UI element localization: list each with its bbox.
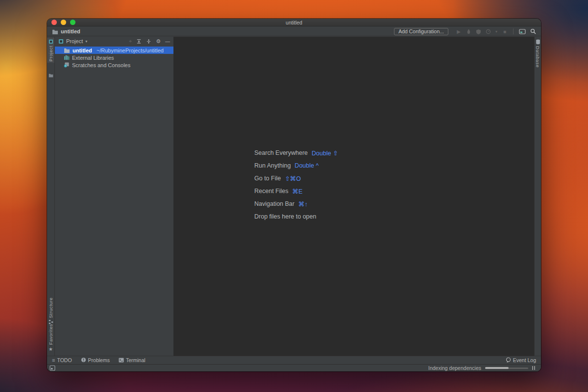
tool-window-tab-structure[interactable]: Structure [47, 297, 54, 324]
stop-icon[interactable]: ■ [502, 29, 508, 34]
bottom-tool-window-bar: ≡ TODO Problems Terminal Event Log [47, 356, 541, 364]
project-panel-header: Project ▾ ⌖ ⚙ — [55, 37, 173, 46]
shortcut-row: Navigation Bar ⌘↑ [254, 197, 338, 210]
todo-list-icon: ≡ [52, 357, 55, 363]
title-bar[interactable]: untitled [47, 19, 541, 26]
tool-window-switcher-icon[interactable] [49, 365, 55, 371]
problems-label: Problems [88, 357, 110, 363]
shortcut-keys: ⌘↑ [298, 200, 308, 208]
project-tab-label: Project [48, 46, 53, 61]
shortcut-row: Drop files here to open [254, 210, 338, 223]
shortcut-row: Recent Files ⌘E [254, 185, 338, 197]
hide-panel-icon[interactable]: — [165, 39, 170, 44]
shortcut-keys: Double ^ [294, 162, 318, 169]
project-panel-title[interactable]: Project [66, 38, 83, 44]
tree-item-path: ~/RubymineProjects/untitled [97, 48, 164, 53]
pause-indexing-icon[interactable] [532, 366, 535, 370]
editor-area[interactable]: Search Everywhere Double ⇧ Run Anything … [174, 37, 534, 356]
tree-item-label: External Libraries [72, 55, 114, 61]
main-area: Project Structure Favorites ★ [47, 37, 541, 356]
shortcut-keys: ⌘E [292, 188, 302, 195]
event-log-label: Event Log [513, 357, 536, 363]
terminal-label: Terminal [126, 357, 146, 363]
shortcut-action: Run Anything [254, 162, 291, 169]
left-tool-window-bar: Project Structure Favorites ★ [47, 37, 55, 356]
shortcut-action: Navigation Bar [254, 200, 294, 207]
tool-window-tab-favorites[interactable]: Favorites ★ [47, 324, 54, 352]
todo-label: TODO [57, 357, 72, 363]
collapse-all-icon[interactable] [146, 39, 151, 44]
event-log-balloon-icon [506, 357, 511, 363]
database-icon [536, 39, 540, 45]
shortcut-hints: Search Everywhere Double ⇧ Run Anything … [254, 147, 338, 223]
folder-mini-icon[interactable] [47, 73, 54, 77]
shortcut-action: Search Everywhere [254, 149, 308, 156]
tool-window-tab-project[interactable]: Project [47, 38, 54, 63]
tool-window-tab-terminal[interactable]: Terminal [119, 357, 146, 363]
tree-row-untitled[interactable]: untitled ~/RubymineProjects/untitled [55, 47, 173, 54]
terminal-icon [119, 358, 124, 363]
project-tab-icon [49, 39, 53, 44]
database-tab-label: Database [535, 46, 540, 68]
chevron-down-icon[interactable]: ▾ [495, 29, 497, 34]
favorites-tab-label: Favorites [48, 324, 53, 345]
breadcrumb[interactable]: untitled [52, 28, 80, 34]
shortcut-row: Run Anything Double ^ [254, 159, 338, 172]
add-configuration-button[interactable]: Add Configuration... [394, 28, 448, 35]
indexing-progress-bar [485, 368, 528, 369]
rubymine-window: untitled untitled Add Configuration... ▶… [47, 19, 541, 371]
libraries-icon [64, 55, 70, 60]
right-tool-window-bar: Database [534, 37, 541, 356]
folder-icon [52, 29, 58, 34]
shortcut-row: Search Everywhere Double ⇧ [254, 147, 338, 159]
tool-window-tab-todo[interactable]: ≡ TODO [52, 357, 72, 363]
shortcut-keys: Double ⇧ [312, 149, 338, 157]
breadcrumb-label: untitled [61, 28, 80, 34]
run-icon[interactable]: ▶ [456, 29, 462, 34]
scratches-icon [64, 62, 70, 68]
tool-window-tab-database[interactable]: Database [535, 39, 541, 68]
settings-gear-icon[interactable]: ⚙ [156, 38, 161, 45]
project-view-chevron-icon[interactable]: ▾ [85, 39, 87, 44]
search-icon[interactable] [530, 28, 536, 34]
folder-icon [64, 48, 70, 53]
tree-row-scratches[interactable]: Scratches and Consoles [55, 61, 173, 69]
profiler-icon[interactable] [486, 29, 491, 34]
status-bar: Indexing dependencies [47, 364, 541, 371]
debug-icon[interactable] [466, 29, 471, 34]
favorites-star-icon: ★ [49, 346, 53, 352]
window-title: untitled [47, 20, 541, 25]
shortcut-action: Drop files here to open [254, 213, 316, 220]
tool-window-tab-event-log[interactable]: Event Log [506, 357, 536, 363]
problems-icon [81, 357, 86, 363]
toolbar-separator [513, 28, 514, 34]
project-tree: untitled ~/RubymineProjects/untitled Ext… [55, 46, 173, 69]
project-tool-window: Project ▾ ⌖ ⚙ — [55, 37, 174, 356]
indexing-progress-fill [485, 367, 509, 369]
tool-window-tab-problems[interactable]: Problems [81, 357, 110, 363]
structure-tab-label: Structure [48, 297, 53, 318]
tree-row-external-libraries[interactable]: External Libraries [55, 54, 173, 61]
tree-item-label: untitled [73, 48, 92, 53]
shortcut-action: Go to File [254, 175, 281, 182]
locate-file-icon[interactable]: ⌖ [129, 38, 132, 45]
coverage-icon[interactable] [476, 29, 481, 34]
indexing-status-label: Indexing dependencies [428, 365, 481, 371]
shortcut-action: Recent Files [254, 188, 288, 195]
expand-all-icon[interactable] [136, 39, 142, 44]
shortcut-keys: ⇧⌘O [285, 175, 301, 182]
tree-item-label: Scratches and Consoles [72, 62, 130, 68]
project-icon [58, 39, 64, 44]
main-toolbar: untitled Add Configuration... ▶ ▾ ■ [47, 27, 541, 36]
tool-window-layout-icon[interactable] [519, 29, 526, 34]
shortcut-row: Go to File ⇧⌘O [254, 172, 338, 185]
